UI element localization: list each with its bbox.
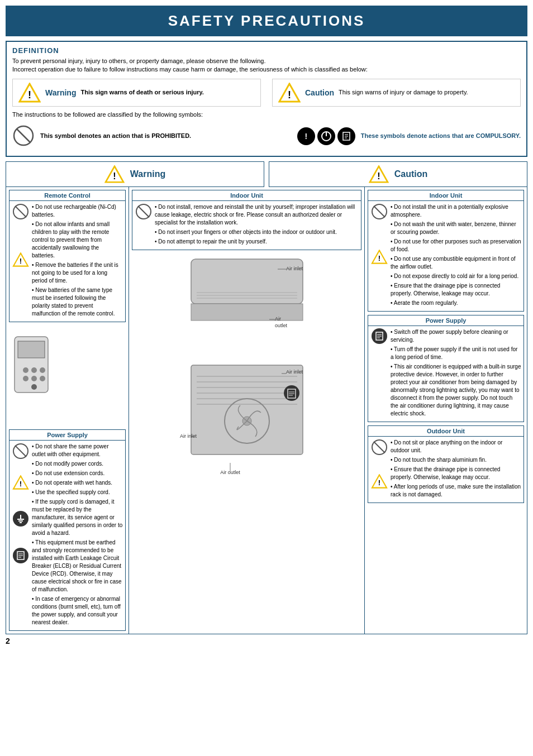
remote-control-section: Remote Control ! • Do [9, 190, 126, 322]
power-supply-caution-bullets: • Switch off the power supply before cle… [391, 328, 521, 419]
def-line1: To prevent personal injury, injury to ot… [12, 58, 266, 64]
svg-text:!: ! [20, 257, 22, 265]
warning-desc: This sign warns of death or serious inju… [80, 88, 203, 97]
section-headers: ! Warning ! Caution [6, 161, 527, 187]
warn-remove-battery-icon: ! [12, 252, 29, 267]
indoor-unit-warning-section: Indoor Unit • Do not install, remove and… [132, 190, 361, 250]
power-caution-doc-icon [372, 328, 387, 344]
svg-text:!: ! [378, 254, 380, 262]
ac-unit-left-area [9, 326, 126, 426]
indoor-unit-caution-section: Indoor Unit ! • Do not [368, 190, 524, 312]
outdoor-unit-caution-title: Outdoor Unit [368, 426, 524, 437]
power-supply-icons: ! [12, 443, 30, 628]
caution-desc: This sign warns of injury or damage to p… [339, 88, 468, 97]
prohibited-desc: This symbol denotes an action that is PR… [40, 132, 292, 140]
bullet-item: • Do not allow infants and small childre… [32, 221, 123, 260]
left-warning-col: Remote Control ! • Do [6, 187, 129, 634]
compulsory-desc-text: These symbols denote actions that are CO… [361, 132, 521, 139]
bullet-item: • Do not use rechargeable (Ni-Cd) batter… [32, 203, 123, 219]
svg-rect-53 [191, 365, 303, 454]
no-install-yourself-icon [135, 203, 152, 220]
bullet-item: • Turn off the power supply if the unit … [391, 346, 521, 361]
indoor-unit-caution-title: Indoor Unit [368, 190, 524, 201]
svg-line-5 [17, 129, 30, 142]
warning-section-label: Warning [130, 169, 165, 179]
symbols-row: This symbol denotes an action that is PR… [12, 121, 521, 151]
title-text: SAFETY PRECAUTIONS [168, 12, 365, 29]
bullet-item: • Do not use any combustible equipment i… [391, 255, 521, 271]
svg-point-23 [31, 367, 37, 373]
no-share-outlet-icon [12, 443, 29, 460]
power-supply-caution-title: Power Supply [368, 315, 524, 326]
warn-drainage-icon: ! [371, 250, 388, 264]
warning-section-header: ! Warning [6, 161, 264, 187]
remote-control-content: ! • Do not use rechargeable (Ni-Cd) batt… [9, 201, 125, 322]
svg-text:!: ! [288, 89, 291, 101]
bullet-item: • Do not attempt to repair the unit by y… [155, 238, 359, 246]
caution-label: Caution [305, 88, 334, 97]
svg-text:Air inlet: Air inlet [286, 266, 303, 271]
prohibited-icon [12, 125, 35, 148]
caution-section-label: Caution [394, 169, 428, 179]
bullet-item: • Do not install the unit in a potential… [391, 203, 521, 219]
svg-point-22 [23, 367, 28, 373]
indoor-unit-warning-content: • Do not install, remove and reinstall t… [132, 201, 361, 250]
svg-text:outlet: outlet [275, 323, 288, 328]
warning-triangle-icon: ! [18, 83, 41, 103]
warning-definition-box: ! Warning This sign warns of death or se… [12, 79, 261, 107]
warning-label: Warning [45, 88, 76, 97]
bullet-item: • Do not insert your fingers or other ob… [155, 228, 359, 236]
caution-desc-text: This sign warns of injury or damage to p… [339, 89, 468, 95]
bullet-item: • Ensure that the drainage pipe is conne… [391, 466, 521, 481]
indoor-warning-icons [135, 203, 153, 247]
compulsory-doc-icon [337, 127, 355, 145]
caution-triangle-icon: ! [278, 83, 301, 103]
caution-definition-box: ! Caution This sign warns of injury or d… [272, 79, 521, 107]
compulsory-power-icon [317, 127, 335, 145]
bullet-item: • Do not operate with wet hands. [32, 479, 123, 487]
svg-point-28 [31, 384, 37, 390]
svg-line-30 [15, 446, 26, 457]
power-supply-caution-section: Power Supply [368, 315, 524, 422]
bullet-item: • Do not install, remove and reinstall t… [155, 203, 359, 227]
bullet-item: • New batteries of the same type must be… [32, 286, 123, 318]
no-recharge-icon [12, 203, 29, 220]
bullet-item: • Do not use extension cords. [32, 470, 123, 477]
bullet-item: • In case of emergency or abnormal condi… [32, 595, 123, 626]
compulsory-exclaim-icon: ! [297, 127, 315, 145]
power-caution-icons [370, 328, 388, 419]
compulsory-desc: These symbols denote actions that are CO… [361, 132, 521, 140]
bullet-item: • This equipment must be earthed and str… [32, 539, 123, 594]
svg-point-68 [284, 385, 299, 401]
prohibited-desc-text: This symbol denotes an action that is PR… [40, 132, 191, 139]
indoor-unit-warning-title: Indoor Unit [132, 190, 361, 201]
ac-unit-diagram-left [9, 326, 121, 415]
no-sit-outdoor-icon [371, 439, 388, 456]
page-title: SAFETY PRECAUTIONS [6, 6, 527, 36]
power-supply-warning-section: Power Supply ! [9, 429, 126, 631]
svg-point-25 [23, 376, 28, 381]
svg-point-26 [31, 376, 37, 381]
power-supply-caution-content: • Switch off the power supply before cle… [368, 326, 524, 422]
svg-point-27 [40, 376, 45, 381]
document-icon [13, 548, 28, 563]
definition-text: To prevent personal injury, injury to ot… [12, 57, 521, 74]
page-number: 2 [6, 637, 10, 645]
remote-control-bullets: • Do not use rechargeable (Ni-Cd) batter… [32, 203, 123, 319]
outdoor-unit-caution-bullets: • Do not sit or place anything on the in… [391, 439, 521, 500]
remote-icons: ! [12, 203, 30, 319]
bullet-item: • Aerate the room regularly. [391, 299, 521, 307]
symbols-intro: The instructions to be followed are clas… [12, 111, 521, 118]
caution-section-header: ! Caution [269, 161, 527, 187]
indoor-caution-icons: ! [370, 203, 388, 309]
svg-text:!: ! [28, 89, 31, 101]
svg-text:!: ! [377, 171, 380, 181]
bullet-item: • Ensure that the drainage pipe is conne… [391, 282, 521, 298]
bullet-item: • Do not sit or place anything on the in… [391, 439, 521, 454]
def-line2: Incorrect operation due to failure to fo… [12, 66, 368, 73]
svg-text:Air: Air [275, 316, 281, 322]
remote-control-title: Remote Control [9, 190, 125, 201]
outdoor-caution-icons: ! [370, 439, 388, 500]
bullet-item: • Do not share the same power outlet wit… [32, 443, 123, 458]
bullet-item: • Do not wash the unit with water, benze… [391, 221, 521, 236]
